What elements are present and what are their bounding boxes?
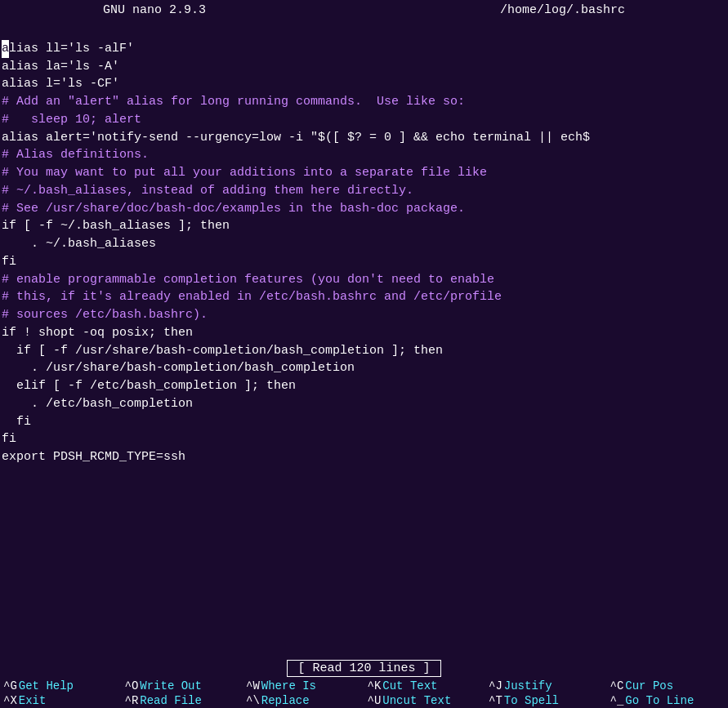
- shortcut-label: Justify: [504, 679, 552, 692]
- editor-line: if ! shopt -oq posix; then: [0, 324, 728, 342]
- editor-line: alias alert='notify-send --urgency=low -…: [0, 129, 728, 147]
- shortcut-item[interactable]: ^JJustify: [485, 679, 607, 693]
- editor-area[interactable]: alias ll='ls -alF'alias la='ls -A'alias …: [0, 20, 728, 658]
- shortcut-item[interactable]: ^WWhere Is: [243, 679, 364, 693]
- editor-line: export PDSH_RCMD_TYPE=ssh: [0, 448, 728, 466]
- shortcut-item[interactable]: ^XExit: [0, 693, 122, 708]
- status-message: [ Read 120 lines ]: [287, 660, 440, 677]
- shortcut-item[interactable]: ^CCur Pos: [607, 679, 729, 693]
- editor-line: # enable programmable completion feature…: [0, 271, 728, 289]
- shortcut-label: Exit: [19, 694, 47, 707]
- shortcut-key: ^R: [125, 694, 139, 707]
- shortcut-item[interactable]: ^OWrite Out: [122, 679, 243, 693]
- shortcut-key: ^W: [246, 679, 260, 692]
- editor-line: # ~/.bash_aliases, instead of adding the…: [0, 182, 728, 200]
- shortcut-key: ^X: [3, 694, 17, 707]
- editor-line: fi: [0, 253, 728, 271]
- editor-line: # this, if it's already enabled in /etc/…: [0, 288, 728, 306]
- shortcut-key: ^T: [489, 694, 502, 707]
- editor-line: . ~/.bash_aliases: [0, 235, 728, 253]
- editor-line: # sources /etc/bash.bashrc).: [0, 306, 728, 324]
- shortcut-label: Replace: [261, 694, 310, 707]
- editor-line: alias l='ls -CF': [0, 75, 728, 93]
- editor-line: alias ll='ls -alF': [0, 40, 728, 58]
- shortcut-key: ^G: [3, 679, 17, 692]
- shortcut-row-1: ^GGet Help^OWrite Out^WWhere Is^KCut Tex…: [0, 679, 728, 693]
- editor-line: # See /usr/share/doc/bash-doc/examples i…: [0, 200, 728, 218]
- shortcut-item[interactable]: ^GGet Help: [0, 679, 122, 693]
- editor-line: . /usr/share/bash-completion/bash_comple…: [0, 359, 728, 377]
- editor-line: # sleep 10; alert: [0, 111, 728, 129]
- shortcut-key: ^C: [610, 679, 624, 692]
- app-name: GNU nano 2.9.3: [103, 3, 206, 17]
- editor-line: if [ -f /usr/share/bash-completion/bash_…: [0, 342, 728, 360]
- shortcut-key: ^J: [489, 679, 502, 692]
- shortcut-label: To Spell: [504, 694, 559, 707]
- editor-line: alias la='ls -A': [0, 58, 728, 76]
- shortcut-label: Where Is: [261, 679, 316, 692]
- shortcut-row-2: ^XExit^RRead File^\Replace^UUncut Text^T…: [0, 693, 728, 708]
- shortcut-key: ^\: [246, 694, 260, 707]
- shortcut-label: Cur Pos: [625, 679, 673, 692]
- status-bar: [ Read 120 lines ]: [0, 658, 728, 679]
- shortcut-label: Go To Line: [625, 694, 694, 707]
- editor-line: # Alias definitions.: [0, 146, 728, 164]
- editor-line: # You may want to put all your additions…: [0, 164, 728, 182]
- shortcut-key: ^_: [610, 694, 624, 707]
- shortcut-item[interactable]: ^TTo Spell: [485, 693, 607, 708]
- shortcut-label: Write Out: [140, 679, 202, 692]
- titlebar: GNU nano 2.9.3 /home/log/.bashrc: [0, 0, 728, 20]
- shortcut-key: ^K: [368, 679, 382, 692]
- shortcut-key: ^O: [125, 679, 139, 692]
- editor-line: fi: [0, 413, 728, 431]
- editor-line: fi: [0, 430, 728, 448]
- shortcut-item[interactable]: ^\Replace: [243, 693, 364, 708]
- shortcut-label: Get Help: [19, 679, 74, 692]
- editor-line: elif [ -f /etc/bash_completion ]; then: [0, 377, 728, 395]
- shortcut-bar: ^GGet Help^OWrite Out^WWhere Is^KCut Tex…: [0, 679, 728, 708]
- file-path: /home/log/.bashrc: [500, 3, 625, 17]
- editor-line: . /etc/bash_completion: [0, 395, 728, 413]
- shortcut-key: ^U: [368, 694, 382, 707]
- shortcut-item[interactable]: ^UUncut Text: [364, 693, 486, 708]
- shortcut-item[interactable]: ^RRead File: [122, 693, 243, 708]
- shortcut-label: Read File: [140, 694, 202, 707]
- shortcut-label: Cut Text: [382, 679, 437, 692]
- shortcut-label: Uncut Text: [382, 694, 451, 707]
- shortcut-item[interactable]: ^_Go To Line: [607, 693, 729, 708]
- editor-line: # Add an "alert" alias for long running …: [0, 93, 728, 111]
- editor-line: if [ -f ~/.bash_aliases ]; then: [0, 217, 728, 235]
- shortcut-item[interactable]: ^KCut Text: [364, 679, 486, 693]
